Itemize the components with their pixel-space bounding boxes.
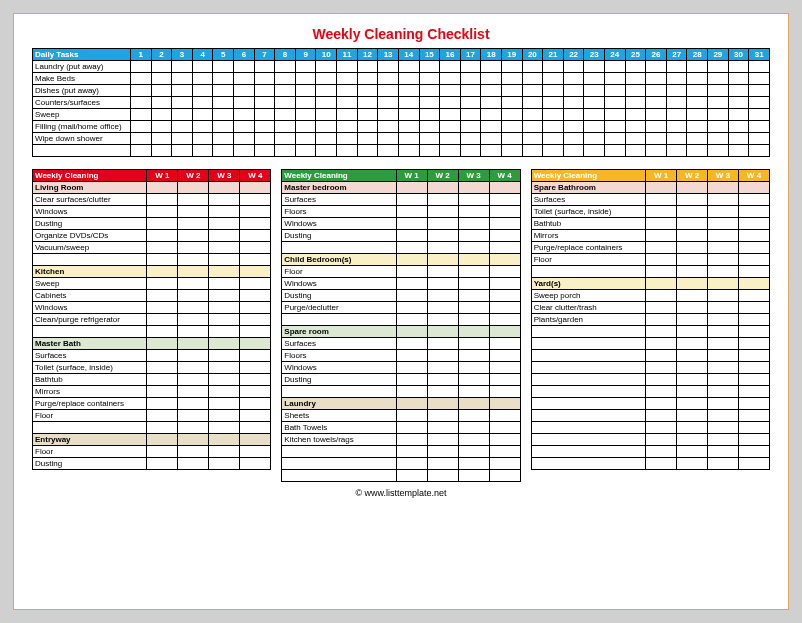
weekly-checkbox-cell[interactable]: [209, 302, 240, 314]
weekly-checkbox-cell[interactable]: [708, 362, 739, 374]
weekly-checkbox-cell[interactable]: [147, 458, 178, 470]
daily-checkbox-cell[interactable]: [151, 73, 172, 85]
daily-checkbox-cell[interactable]: [172, 109, 193, 121]
daily-checkbox-cell[interactable]: [151, 109, 172, 121]
daily-checkbox-cell[interactable]: [749, 97, 770, 109]
daily-checkbox-cell[interactable]: [337, 145, 358, 157]
weekly-checkbox-cell[interactable]: [396, 458, 427, 470]
weekly-checkbox-cell[interactable]: [458, 434, 489, 446]
weekly-checkbox-cell[interactable]: [738, 398, 769, 410]
weekly-checkbox-cell[interactable]: [738, 374, 769, 386]
weekly-checkbox-cell[interactable]: [708, 446, 739, 458]
daily-checkbox-cell[interactable]: [357, 73, 378, 85]
daily-checkbox-cell[interactable]: [708, 145, 729, 157]
daily-checkbox-cell[interactable]: [625, 133, 646, 145]
daily-checkbox-cell[interactable]: [151, 61, 172, 73]
weekly-checkbox-cell[interactable]: [209, 254, 240, 266]
weekly-checkbox-cell[interactable]: [240, 374, 271, 386]
weekly-checkbox-cell[interactable]: [458, 458, 489, 470]
weekly-checkbox-cell[interactable]: [489, 218, 520, 230]
daily-checkbox-cell[interactable]: [728, 97, 749, 109]
weekly-checkbox-cell[interactable]: [240, 398, 271, 410]
weekly-checkbox-cell[interactable]: [646, 314, 677, 326]
weekly-checkbox-cell[interactable]: [489, 374, 520, 386]
weekly-checkbox-cell[interactable]: [489, 350, 520, 362]
daily-checkbox-cell[interactable]: [398, 61, 419, 73]
weekly-checkbox-cell[interactable]: [240, 386, 271, 398]
weekly-checkbox-cell[interactable]: [396, 218, 427, 230]
daily-checkbox-cell[interactable]: [234, 61, 255, 73]
weekly-checkbox-cell[interactable]: [677, 326, 708, 338]
daily-checkbox-cell[interactable]: [295, 61, 316, 73]
weekly-checkbox-cell[interactable]: [489, 446, 520, 458]
daily-checkbox-cell[interactable]: [275, 145, 296, 157]
daily-checkbox-cell[interactable]: [419, 121, 440, 133]
daily-checkbox-cell[interactable]: [522, 73, 543, 85]
weekly-checkbox-cell[interactable]: [178, 458, 209, 470]
weekly-checkbox-cell[interactable]: [209, 242, 240, 254]
weekly-checkbox-cell[interactable]: [458, 206, 489, 218]
daily-checkbox-cell[interactable]: [172, 85, 193, 97]
daily-checkbox-cell[interactable]: [481, 121, 502, 133]
weekly-checkbox-cell[interactable]: [458, 314, 489, 326]
weekly-checkbox-cell[interactable]: [489, 362, 520, 374]
daily-checkbox-cell[interactable]: [419, 145, 440, 157]
weekly-checkbox-cell[interactable]: [147, 374, 178, 386]
weekly-checkbox-cell[interactable]: [240, 302, 271, 314]
weekly-checkbox-cell[interactable]: [489, 302, 520, 314]
daily-checkbox-cell[interactable]: [501, 145, 522, 157]
daily-checkbox-cell[interactable]: [275, 73, 296, 85]
daily-checkbox-cell[interactable]: [543, 61, 564, 73]
weekly-checkbox-cell[interactable]: [708, 398, 739, 410]
daily-checkbox-cell[interactable]: [708, 97, 729, 109]
daily-checkbox-cell[interactable]: [357, 109, 378, 121]
daily-checkbox-cell[interactable]: [316, 133, 337, 145]
weekly-checkbox-cell[interactable]: [677, 314, 708, 326]
daily-checkbox-cell[interactable]: [419, 109, 440, 121]
weekly-checkbox-cell[interactable]: [147, 254, 178, 266]
daily-checkbox-cell[interactable]: [131, 73, 152, 85]
weekly-checkbox-cell[interactable]: [396, 290, 427, 302]
weekly-checkbox-cell[interactable]: [738, 422, 769, 434]
weekly-checkbox-cell[interactable]: [147, 386, 178, 398]
weekly-checkbox-cell[interactable]: [396, 434, 427, 446]
daily-checkbox-cell[interactable]: [357, 97, 378, 109]
daily-checkbox-cell[interactable]: [708, 85, 729, 97]
daily-checkbox-cell[interactable]: [440, 85, 461, 97]
daily-checkbox-cell[interactable]: [605, 85, 626, 97]
daily-checkbox-cell[interactable]: [316, 97, 337, 109]
daily-checkbox-cell[interactable]: [213, 145, 234, 157]
daily-checkbox-cell[interactable]: [419, 133, 440, 145]
daily-checkbox-cell[interactable]: [295, 145, 316, 157]
daily-checkbox-cell[interactable]: [254, 85, 275, 97]
weekly-checkbox-cell[interactable]: [738, 434, 769, 446]
daily-checkbox-cell[interactable]: [728, 133, 749, 145]
daily-checkbox-cell[interactable]: [481, 109, 502, 121]
weekly-checkbox-cell[interactable]: [147, 362, 178, 374]
weekly-checkbox-cell[interactable]: [209, 374, 240, 386]
weekly-checkbox-cell[interactable]: [396, 242, 427, 254]
daily-checkbox-cell[interactable]: [440, 145, 461, 157]
weekly-checkbox-cell[interactable]: [427, 218, 458, 230]
daily-checkbox-cell[interactable]: [460, 121, 481, 133]
daily-checkbox-cell[interactable]: [398, 133, 419, 145]
daily-checkbox-cell[interactable]: [440, 97, 461, 109]
weekly-checkbox-cell[interactable]: [209, 386, 240, 398]
weekly-checkbox-cell[interactable]: [396, 338, 427, 350]
weekly-checkbox-cell[interactable]: [489, 434, 520, 446]
weekly-checkbox-cell[interactable]: [738, 338, 769, 350]
daily-checkbox-cell[interactable]: [151, 97, 172, 109]
weekly-checkbox-cell[interactable]: [738, 314, 769, 326]
daily-checkbox-cell[interactable]: [440, 133, 461, 145]
daily-checkbox-cell[interactable]: [646, 121, 667, 133]
weekly-checkbox-cell[interactable]: [738, 266, 769, 278]
weekly-checkbox-cell[interactable]: [458, 278, 489, 290]
weekly-checkbox-cell[interactable]: [396, 350, 427, 362]
daily-checkbox-cell[interactable]: [378, 85, 399, 97]
weekly-checkbox-cell[interactable]: [147, 242, 178, 254]
daily-checkbox-cell[interactable]: [501, 97, 522, 109]
daily-checkbox-cell[interactable]: [501, 61, 522, 73]
daily-checkbox-cell[interactable]: [646, 61, 667, 73]
daily-checkbox-cell[interactable]: [254, 121, 275, 133]
weekly-checkbox-cell[interactable]: [178, 350, 209, 362]
